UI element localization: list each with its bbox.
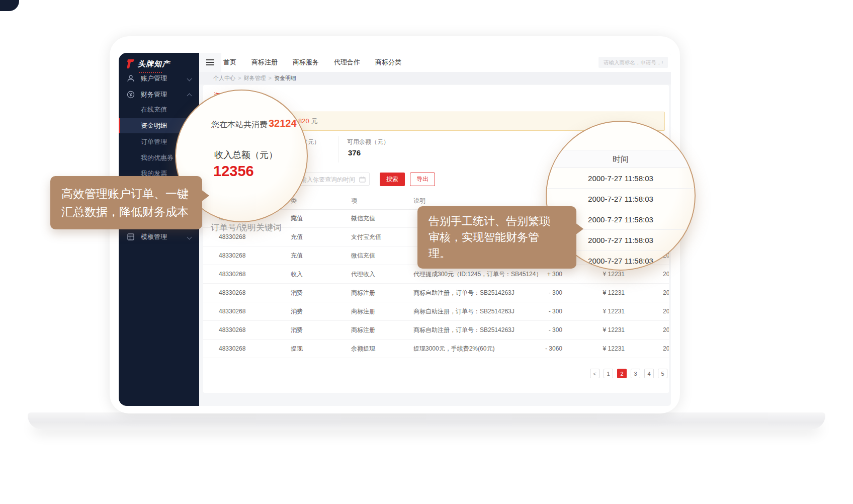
pagination-page-2-active[interactable]: 2 [617,369,627,378]
sidebar-item-online-recharge[interactable]: 在线充值 [119,103,199,116]
table-row: 48330268 消费 商标注册 商标自助注册，订单号：SB2514263J -… [203,284,669,302]
breadcrumb-section[interactable]: 财务管理 [243,75,266,81]
pagination-page-1[interactable]: 1 [604,369,613,378]
table-row: 48330268 消费 商标注册 商标自助注册，订单号：SB2514263J -… [203,321,669,340]
sidebar-item-finance[interactable]: 财务管理 [119,88,199,101]
calendar-icon[interactable] [359,176,366,183]
chevron-up-icon [187,94,192,99]
top-nav-links: 首页 商标注册 商标服务 代理合作 商标分类 [223,53,401,72]
top-navbar: 首页 商标注册 商标服务 代理合作 商标分类 [199,53,671,72]
user-icon [127,74,135,82]
magnified-income-value: 12356 [213,163,254,180]
pagination-prev-button[interactable]: < [590,369,600,378]
finance-icon [127,91,135,99]
table-row: 48330268 消费 商标注册 商标自助注册，订单号：SB2514263J -… [203,302,669,321]
sidebar: 头牌知产 账户管理 财务管理 在线充值 资金明细 [119,53,199,406]
sidebar-item-account[interactable]: 账户管理 [119,72,199,85]
available-balance-label: 可用余额（元） [347,138,389,146]
export-button[interactable]: 导出 [410,173,435,186]
breadcrumb: 个人中心>财务管理>资金明细 [199,72,671,85]
pagination: < 1 2 3 4 5 [590,369,667,378]
brand-logo-icon [126,59,135,69]
brand-name: 头牌知产 [138,59,170,69]
callout-left: 高效管理账户订单、一键 汇总数据，降低财务成本 [50,176,202,229]
pagination-page-4[interactable]: 4 [644,369,654,378]
nav-agent-coop[interactable]: 代理合作 [334,53,360,72]
magnified-income-label: 收入总额（元） [214,149,278,161]
nav-trademark-service[interactable]: 商标服务 [293,53,319,72]
corner-artifact [0,0,19,11]
col-project-header[interactable]: 项目 [351,193,357,209]
hamburger-menu-icon[interactable] [199,53,221,72]
laptop-base [28,412,825,430]
pagination-page-3[interactable]: 3 [631,369,640,378]
sidebar-item-template[interactable]: 模板管理 [119,230,199,243]
magnified-order-column-header: 订单号/说明关键词 [211,222,282,233]
table-row: 48330268 提现 余额提现 提现3000元，手续费2%(60元) - 30… [203,340,669,358]
nav-trademark-register[interactable]: 商标注册 [251,53,278,72]
nav-trademark-class[interactable]: 商标分类 [375,53,401,72]
breadcrumb-home[interactable]: 个人中心 [213,75,235,81]
breadcrumb-current: 资金明细 [274,75,296,81]
trademark-search-input[interactable] [599,57,668,68]
template-icon [127,233,135,241]
nav-home[interactable]: 首页 [223,53,236,72]
magnified-time-cell: 2000-7-27 11:58:03 [547,168,695,189]
search-button[interactable]: 搜索 [380,173,405,186]
chevron-down-icon [187,235,192,240]
logo[interactable]: 头牌知产 [126,59,170,69]
magnified-notice-amount: 32124 [269,118,297,129]
magnified-time-header: 时间 [547,150,695,168]
callout-right: 告别手工统计、告别繁琐 审核，实现智能财务管 理。 [417,206,576,269]
magnified-notice-prefix: 您在本站共消费 [211,120,268,130]
chevron-down-icon [187,76,192,81]
stat-divider [338,136,338,162]
pagination-page-5[interactable]: 5 [658,369,667,378]
stage: 头牌知产 账户管理 财务管理 在线充值 资金明细 [0,0,853,504]
available-balance-value: 376 [348,148,361,157]
